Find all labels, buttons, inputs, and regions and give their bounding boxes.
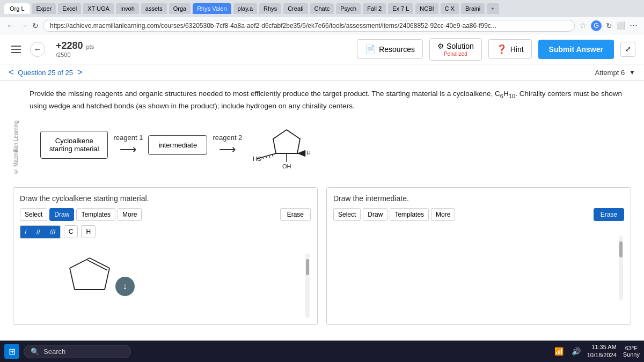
product-svg: HO H OH: [252, 120, 316, 168]
refresh-icon[interactable]: ↻: [606, 21, 612, 30]
select-tool-button2[interactable]: Select: [333, 208, 361, 221]
reagent2-section: reagent 2 ⟶: [213, 134, 242, 157]
scroll-bar[interactable]: [305, 254, 310, 318]
more-tool-button2[interactable]: More: [431, 208, 455, 221]
intermediate-label: intermediate: [159, 141, 197, 149]
scroll-bar2[interactable]: [619, 236, 623, 300]
solution-sublabel: Penalized: [444, 51, 467, 57]
svg-text:OH: OH: [282, 163, 291, 168]
templates-tool-button[interactable]: Templates: [76, 208, 115, 221]
back-nav-icon[interactable]: ←: [30, 42, 45, 57]
svg-line-18: [70, 258, 90, 268]
attempt-dropdown-icon[interactable]: ▼: [629, 69, 635, 76]
drawing-panels-container: Draw the cycloalkene starting material. …: [0, 179, 644, 334]
tab-icon[interactable]: ⬜: [617, 21, 625, 29]
search-label: Search: [43, 348, 65, 356]
search-icon: 🔍: [31, 348, 39, 356]
weather-value: Sunny: [623, 351, 640, 358]
network-icon[interactable]: 📶: [553, 345, 566, 358]
tab-fall2[interactable]: Fall 2: [363, 3, 386, 14]
reload-icon[interactable]: ↻: [32, 21, 39, 30]
panel1-toolbar: Select Draw Templates More Erase: [20, 208, 311, 221]
solution-button[interactable]: ⚙ Solution Penalized: [429, 38, 482, 61]
submit-label: Submit Answer: [549, 45, 603, 54]
double-bond-button[interactable]: //: [32, 226, 45, 238]
draw-tool-button[interactable]: Draw: [49, 208, 74, 221]
hint-button[interactable]: ❓ Hint: [488, 39, 532, 59]
tab-exper[interactable]: Exper: [32, 3, 56, 14]
intermediate-canvas[interactable]: [333, 225, 624, 300]
hint-icon: ❓: [496, 44, 507, 54]
tab-ex7[interactable]: Ex 7 L: [388, 3, 413, 14]
carbon-atom-button[interactable]: C: [64, 225, 78, 238]
scroll-thumb2: [619, 241, 623, 257]
tab-play[interactable]: play.a: [233, 3, 258, 14]
tab-excel[interactable]: Excel: [58, 3, 81, 14]
volume-icon[interactable]: 🔊: [570, 345, 583, 358]
bond-atom-toolbar: / // /// C H: [20, 225, 311, 239]
points-value: +2280: [56, 40, 83, 51]
panel2-toolbar: Select Draw Templates More Erase: [333, 208, 624, 221]
triple-bond-button[interactable]: ///: [46, 226, 60, 238]
tab-cx[interactable]: C X: [441, 3, 459, 14]
resources-label: Resources: [379, 45, 415, 54]
points-display: +2280 pts /2500: [56, 40, 94, 58]
prev-question-icon[interactable]: <: [9, 68, 13, 77]
tab-org[interactable]: Org L: [4, 3, 30, 14]
select-tool-button[interactable]: Select: [20, 208, 47, 221]
tab-orga[interactable]: Orga: [169, 3, 191, 14]
single-bond-button[interactable]: /: [20, 226, 31, 238]
erase-tool-button2[interactable]: Erase: [594, 208, 624, 221]
app-toolbar: ← +2280 pts /2500 📄 Resources ⚙ Solution…: [0, 34, 644, 64]
tab-chatc[interactable]: Chatc: [310, 3, 334, 14]
tab-assets[interactable]: assets: [141, 3, 167, 14]
templates-tool-button2[interactable]: Templates: [390, 208, 429, 221]
tab-braini[interactable]: Braini: [461, 3, 485, 14]
question-panel: © Macmillan Learning Provide the missing…: [0, 81, 644, 334]
svg-line-11: [269, 156, 270, 158]
scroll-down-button[interactable]: ↓: [115, 277, 135, 296]
submit-button[interactable]: Submit Answer: [538, 40, 614, 59]
tab-psych[interactable]: Psych: [336, 3, 361, 14]
cyclopentene-drawing: [20, 243, 159, 313]
hamburger-line: [11, 52, 21, 53]
tab-invoh[interactable]: Invoh: [116, 3, 139, 14]
draw-tool-button2[interactable]: Draw: [363, 208, 387, 221]
erase-tool-button[interactable]: Erase: [280, 208, 311, 221]
hydrogen-atom-button[interactable]: H: [81, 225, 96, 238]
tab-add[interactable]: +: [487, 3, 499, 14]
svg-line-15: [105, 268, 109, 290]
tab-ncbi[interactable]: NCBI: [415, 3, 438, 14]
cycloalkene-canvas[interactable]: [20, 243, 311, 318]
start-button[interactable]: ⊞: [4, 344, 19, 359]
question-text-container: © Macmillan Learning Provide the missing…: [0, 81, 644, 179]
tab-creati[interactable]: Creati: [283, 3, 308, 14]
back-icon[interactable]: ←: [6, 21, 15, 31]
reaction-diagram: Cycloalkenestarting material reagent 1 ⟶…: [40, 120, 631, 170]
question-counter: Question 25 of 25: [18, 69, 73, 77]
more-icon[interactable]: ···: [630, 20, 638, 31]
menu-button[interactable]: [9, 42, 24, 57]
watermark: © Macmillan Learning: [13, 88, 19, 174]
tab-rhys-valen[interactable]: Rhys Valen: [193, 3, 231, 14]
hamburger-line: [11, 46, 21, 47]
address-bar: ← → ↻ https://achieve.macmillanlearning.…: [0, 17, 644, 34]
weather-display: 63°F Sunny: [623, 345, 640, 358]
windows-icon: ⊞: [9, 346, 16, 357]
reagent1-section: reagent 1 ⟶: [113, 134, 143, 157]
more-tool-button[interactable]: More: [118, 208, 142, 221]
solution-icon: ⚙: [437, 42, 444, 50]
forward-icon[interactable]: →: [19, 21, 28, 31]
question-nav-bar: < Question 25 of 25 > Attempt 6 ▼: [0, 64, 644, 81]
tab-rhys2[interactable]: Rhys: [259, 3, 281, 14]
url-bar[interactable]: https://achieve.macmillanlearning.com/co…: [43, 20, 575, 32]
resources-icon: 📄: [365, 44, 376, 54]
next-question-icon[interactable]: >: [77, 68, 82, 77]
fullscreen-button[interactable]: ⤢: [620, 42, 635, 57]
resources-button[interactable]: 📄 Resources: [357, 39, 423, 59]
tab-uga[interactable]: XT UGA: [83, 3, 114, 14]
arrow2-icon: ⟶: [219, 143, 236, 157]
star-icon[interactable]: ☆: [579, 20, 587, 31]
reagent1-label: reagent 1: [113, 134, 143, 142]
taskbar-search[interactable]: 🔍 Search: [24, 345, 131, 358]
